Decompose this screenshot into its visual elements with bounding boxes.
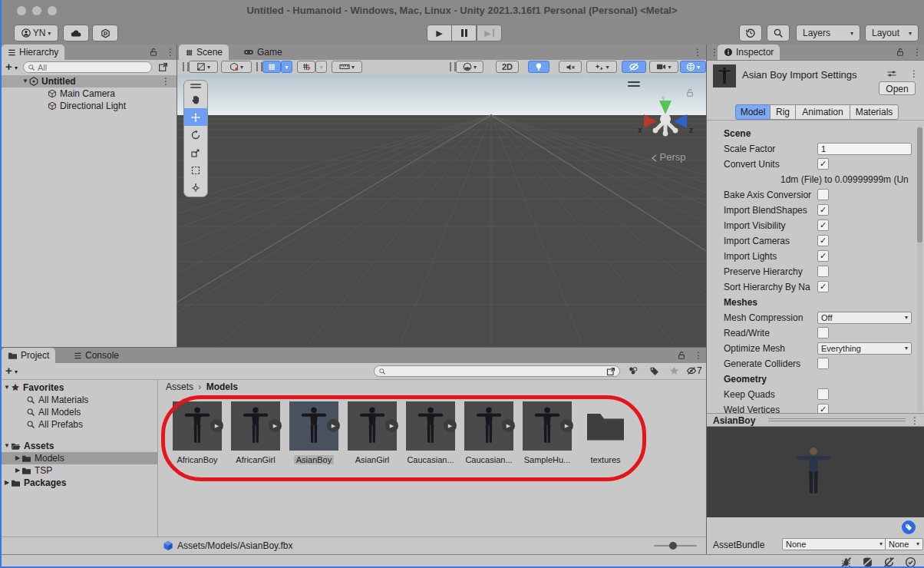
scene-viewport[interactable]: y x z Persp: [177, 74, 706, 347]
asset-item-asiangirl[interactable]: ▶AsianGirl: [347, 401, 398, 451]
asset-item-caucasian-[interactable]: ▶Caucasian...: [464, 401, 514, 451]
foldout-collapsed-icon[interactable]: ▶: [14, 464, 21, 477]
project-search-input[interactable]: [374, 365, 620, 377]
model-thumbnail[interactable]: ▶: [348, 401, 397, 451]
model-thumbnail[interactable]: ▶: [523, 401, 572, 451]
grid-snap-dropdown[interactable]: ▾: [315, 61, 327, 73]
rect-tool-button[interactable]: [184, 161, 207, 179]
tab-model[interactable]: Model: [735, 104, 771, 120]
kebab-menu-icon[interactable]: ⋮: [693, 45, 702, 60]
grid-visibility-dropdown[interactable]: ▾: [281, 61, 292, 73]
generate-colliders-checkbox[interactable]: [817, 358, 829, 369]
zoom-slider-knob[interactable]: [669, 542, 677, 550]
lighting-toggle-button[interactable]: [528, 61, 549, 73]
import-lights-checkbox[interactable]: ✓: [817, 250, 829, 262]
rotate-tool-button[interactable]: [184, 126, 207, 144]
kebab-menu-icon[interactable]: ⋮: [912, 45, 922, 60]
model-thumbnail[interactable]: ▶: [289, 401, 338, 451]
favorites-item[interactable]: All Prefabs: [0, 418, 157, 431]
lock-icon[interactable]: [149, 48, 158, 57]
chevron-down-icon[interactable]: ▾: [15, 368, 18, 375]
lock-icon[interactable]: [677, 351, 686, 360]
overlay-drag-handle[interactable]: [184, 81, 207, 91]
import-visibility-checkbox[interactable]: ✓: [817, 220, 829, 231]
assetbundle-variant-dropdown[interactable]: None▾: [885, 538, 923, 550]
layers-dropdown[interactable]: Layers▾: [796, 25, 860, 41]
orientation-gizmo[interactable]: y x z: [632, 93, 698, 147]
play-button[interactable]: ▶: [427, 25, 452, 41]
chevron-down-icon[interactable]: ▾: [15, 64, 18, 71]
project-folder-packages[interactable]: ▶Packages: [0, 477, 157, 489]
sort-hierarchy-by-na-checkbox[interactable]: ✓: [817, 281, 829, 292]
preview-play-badge[interactable]: ▶: [327, 419, 340, 432]
kebab-menu-icon[interactable]: ⋮: [161, 74, 170, 89]
breadcrumb-models[interactable]: Models: [206, 381, 238, 392]
tab-materials[interactable]: Materials: [850, 104, 899, 120]
foldout-collapsed-icon[interactable]: ▶: [14, 452, 21, 464]
gizmos-dropdown[interactable]: ▾: [680, 61, 706, 73]
transform-tool-button[interactable]: [184, 179, 207, 196]
model-preview[interactable]: [707, 427, 924, 517]
tab-hierarchy[interactable]: Hierarchy: [2, 45, 64, 60]
asset-item-asianboy[interactable]: ▶AsianBoy: [289, 401, 339, 451]
preview-header[interactable]: AsianBoy ⋮: [707, 413, 924, 427]
toolbar-drag-handle[interactable]: [256, 62, 262, 71]
preview-play-badge[interactable]: ▶: [210, 419, 223, 432]
kebab-menu-icon[interactable]: ⋮: [910, 413, 919, 428]
read-write-checkbox[interactable]: [817, 327, 829, 338]
foldout-expanded-icon[interactable]: ▼: [3, 381, 11, 394]
lock-icon[interactable]: [896, 48, 905, 57]
project-folder-models[interactable]: ▶Models: [0, 452, 157, 464]
hidden-count-icon[interactable]: [686, 366, 697, 375]
handle-orientation-dropdown[interactable]: ▾: [221, 61, 252, 73]
tab-scene[interactable]: Scene: [179, 45, 229, 60]
tab-project[interactable]: Project: [2, 348, 55, 363]
pivot-mode-dropdown[interactable]: ▾: [189, 61, 218, 73]
plastic-scm-button[interactable]: [92, 25, 118, 41]
tab-inspector[interactable]: Inspector: [718, 45, 780, 60]
model-thumbnail[interactable]: ▶: [231, 401, 280, 451]
create-button[interactable]: +: [5, 364, 12, 377]
breadcrumb-assets[interactable]: Assets: [166, 381, 193, 392]
toolbar-drag-handle[interactable]: [450, 62, 456, 71]
convert-units-checkbox[interactable]: ✓: [817, 158, 829, 170]
favorites-item[interactable]: All Models: [0, 406, 157, 418]
open-button[interactable]: Open: [879, 81, 916, 95]
asset-labels-button[interactable]: [902, 520, 916, 534]
scene-visibility-button[interactable]: [622, 61, 646, 73]
scale-factor-input[interactable]: 1: [817, 143, 912, 155]
account-dropdown[interactable]: YN ▾: [14, 25, 58, 41]
project-folder-assets[interactable]: ▼Assets: [0, 440, 157, 452]
optimize-mesh-dropdown[interactable]: Everything▾: [817, 342, 912, 355]
asset-item-africanboy[interactable]: ▶AfricanBoy: [172, 401, 223, 451]
preserve-hierarchy-checkbox[interactable]: [817, 266, 829, 277]
keep-quads-checkbox[interactable]: [817, 388, 829, 400]
pause-button[interactable]: [451, 25, 477, 41]
scale-tool-button[interactable]: [184, 144, 207, 161]
draw-mode-dropdown[interactable]: ▾: [456, 61, 483, 73]
project-folder-tsp[interactable]: ▶TSP: [0, 464, 157, 477]
foldout-collapsed-icon[interactable]: ▶: [3, 477, 11, 489]
grid-snap-button[interactable]: [297, 61, 315, 73]
camera-settings-dropdown[interactable]: ▾: [649, 61, 678, 73]
kebab-menu-icon[interactable]: ⋮: [694, 348, 703, 363]
gizmo-overlay-handle[interactable]: [628, 81, 640, 87]
audio-toggle-button[interactable]: [559, 61, 582, 73]
hierarchy-scene-row[interactable]: ▼ Untitled ⋮: [0, 75, 177, 88]
hierarchy-search-input[interactable]: All: [23, 61, 152, 73]
effects-dropdown[interactable]: ▾: [586, 61, 617, 73]
preview-play-badge[interactable]: ▶: [269, 419, 282, 432]
presets-sliders-icon[interactable]: [886, 69, 897, 78]
toolbar-drag-handle[interactable]: [183, 62, 189, 71]
mesh-compression-dropdown[interactable]: Off▾: [817, 312, 912, 324]
scrollbar-thumb[interactable]: [917, 127, 922, 243]
kebab-menu-icon[interactable]: ⋮: [909, 66, 919, 81]
tab-console[interactable]: Console: [68, 348, 125, 363]
asset-item-africangirl[interactable]: ▶AfricanGirl: [230, 401, 281, 451]
favorites-star-icon[interactable]: [669, 366, 679, 376]
asset-item-samplehu-[interactable]: ▶SampleHu...: [522, 401, 573, 451]
favorites-root[interactable]: ▼Favorites: [0, 381, 157, 394]
grid-visibility-button[interactable]: [262, 61, 281, 73]
undo-history-button[interactable]: [739, 25, 762, 41]
model-thumbnail[interactable]: ▶: [406, 401, 455, 451]
